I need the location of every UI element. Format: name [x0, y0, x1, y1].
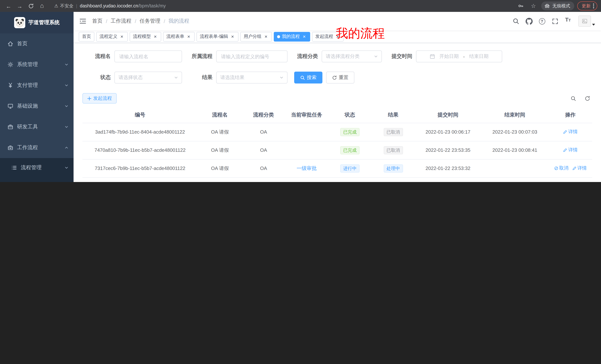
- chevron-down-icon: [65, 63, 68, 67]
- category-select[interactable]: 请选择流程分类: [322, 50, 382, 62]
- refresh-icon[interactable]: [26, 1, 36, 11]
- url-text[interactable]: dashboard.yudao.iocoder.cn/bpm/task/my: [80, 3, 166, 9]
- col-actions: 操作: [549, 107, 592, 123]
- filter-row-2: 状态 请选择状态 结果 请选流结果: [87, 72, 592, 84]
- status-badge: 已完成: [340, 146, 360, 154]
- cell-status: 已完成: [328, 141, 371, 159]
- forward-icon[interactable]: →: [15, 1, 25, 11]
- sidebar-item-workflow[interactable]: 工作流程: [0, 137, 74, 158]
- close-icon[interactable]: ×: [230, 34, 235, 39]
- close-icon[interactable]: ×: [263, 34, 269, 39]
- address-bar[interactable]: ⚠ 不安全 | dashboard.yudao.iocoder.cn/bpm/t…: [50, 1, 512, 10]
- filter-label-parent-process: 所属流程: [189, 53, 212, 60]
- cell-category: OA: [242, 123, 285, 141]
- sidebar-item-infrastructure[interactable]: 基础设施: [0, 96, 74, 116]
- tab-process-model[interactable]: 流程模型×: [130, 32, 161, 41]
- col-submit-time: 提交时间: [415, 107, 481, 123]
- sidebar-item-home[interactable]: 首页: [0, 33, 74, 54]
- github-icon[interactable]: [524, 16, 534, 26]
- cell-status: 已完成: [328, 123, 371, 141]
- cell-result: 已取消: [371, 123, 415, 141]
- toolbox-icon: [7, 124, 13, 130]
- cancel-link[interactable]: 取消: [554, 165, 569, 172]
- table-row: 7317cec6-7b9b-11ec-b5b7-acde48001122 OA …: [82, 159, 592, 177]
- chevron-down-icon: [374, 55, 378, 58]
- update-label: 更新: [582, 3, 591, 9]
- detail-link[interactable]: 详情: [572, 165, 587, 172]
- chevron-down-icon: [65, 104, 68, 108]
- menu-kebab-icon[interactable]: [593, 3, 594, 9]
- detail-link[interactable]: 详情: [563, 147, 578, 153]
- tab-user-group[interactable]: 用户分组×: [240, 32, 272, 41]
- bookmark-star-icon[interactable]: ☆: [529, 1, 538, 11]
- start-process-button[interactable]: 发起流程: [82, 93, 117, 104]
- detail-link[interactable]: 详情: [563, 129, 578, 135]
- cell-result: 已取消: [371, 141, 415, 159]
- close-icon[interactable]: ×: [186, 34, 191, 39]
- browser-actions: ☆ 无痕模式 更新: [516, 1, 597, 11]
- help-icon[interactable]: ?: [537, 16, 547, 26]
- parent-process-input[interactable]: [216, 50, 288, 62]
- breadcrumb-separator: /: [106, 18, 107, 24]
- cell-actions: 取消详情: [549, 159, 592, 177]
- user-avatar[interactable]: [578, 16, 595, 27]
- submit-time-range[interactable]: 开始日期 - 结束日期: [416, 50, 502, 62]
- close-icon[interactable]: ×: [153, 34, 158, 39]
- col-id: 编号: [82, 107, 198, 123]
- close-icon[interactable]: ×: [302, 34, 307, 39]
- sidebar-item-devtools[interactable]: 研发工具: [0, 116, 74, 137]
- tab-process-form-edit[interactable]: 流程表单-编辑×: [197, 32, 239, 41]
- refresh-table-icon[interactable]: [582, 94, 592, 103]
- plus-icon: [87, 96, 91, 100]
- reset-button[interactable]: 重置: [326, 72, 354, 84]
- breadcrumb-home[interactable]: 首页: [92, 18, 102, 25]
- col-current-task: 当前审批任务: [285, 107, 328, 123]
- edit-icon: [563, 148, 567, 152]
- cell-id: 3ad174fb-7b9d-11ec-8404-acde48001122: [82, 123, 198, 141]
- result-badge: 处理中: [383, 164, 403, 172]
- update-chip[interactable]: 更新: [577, 1, 597, 10]
- back-icon[interactable]: ←: [4, 1, 13, 11]
- filter-label-result: 结果: [189, 74, 212, 81]
- current-task-link[interactable]: 一级审批: [297, 165, 317, 171]
- breadcrumb-workflow[interactable]: 工作流程: [111, 18, 131, 25]
- tab-home[interactable]: 首页: [79, 32, 94, 41]
- table-row: 3ad174fb-7b9d-11ec-8404-acde48001122 OA …: [82, 123, 592, 141]
- home-icon[interactable]: ⌂: [37, 1, 47, 11]
- cell-status: 已完成: [328, 177, 371, 182]
- security-warning[interactable]: ⚠ 不安全: [54, 3, 74, 9]
- cell-current-task: [285, 141, 328, 159]
- cell-current-task: 一级审批: [285, 159, 328, 177]
- search-icon[interactable]: [511, 16, 521, 26]
- sidebar-item-task-mgmt[interactable]: 任务管理: [0, 177, 74, 182]
- chevron-down-icon: [65, 166, 68, 170]
- fullscreen-icon[interactable]: [550, 16, 560, 26]
- tab-process-form[interactable]: 流程表单×: [163, 32, 195, 41]
- cell-submit-time: 2022-01-23 00:06:17: [415, 123, 481, 141]
- font-size-icon[interactable]: TT: [563, 16, 573, 26]
- sidebar-item-system[interactable]: 系统管理: [0, 54, 74, 75]
- hamburger-icon[interactable]: [80, 18, 86, 24]
- breadcrumb-task-mgmt[interactable]: 任务管理: [140, 18, 160, 25]
- result-select[interactable]: 请选流结果: [216, 72, 288, 84]
- tab-process-definition[interactable]: 流程定义×: [96, 32, 128, 41]
- close-icon[interactable]: ×: [119, 34, 124, 39]
- toggle-search-icon[interactable]: [568, 94, 578, 103]
- cell-current-task: [285, 123, 328, 141]
- status-select[interactable]: 请选择状态: [114, 72, 182, 84]
- tab-my-process[interactable]: 我的流程×: [274, 32, 310, 41]
- cell-category: OA: [242, 141, 285, 159]
- password-key-icon[interactable]: [516, 1, 526, 11]
- app-logo[interactable]: 芋道管理系统: [0, 12, 74, 33]
- sidebar-item-payment[interactable]: 支付管理: [0, 75, 74, 96]
- sidebar-item-process-mgmt[interactable]: 流程管理: [0, 158, 74, 177]
- edit-icon: [563, 130, 567, 134]
- navbar-actions: ? TT: [511, 16, 595, 27]
- avatar-image: [578, 16, 591, 27]
- chevron-down-icon: [174, 76, 178, 79]
- search-button[interactable]: 搜索: [294, 72, 322, 84]
- process-name-input[interactable]: [114, 50, 182, 62]
- result-badge: 已取消: [383, 128, 403, 136]
- tab-start-process[interactable]: 发起流程×: [312, 32, 344, 41]
- close-icon[interactable]: ×: [335, 34, 340, 39]
